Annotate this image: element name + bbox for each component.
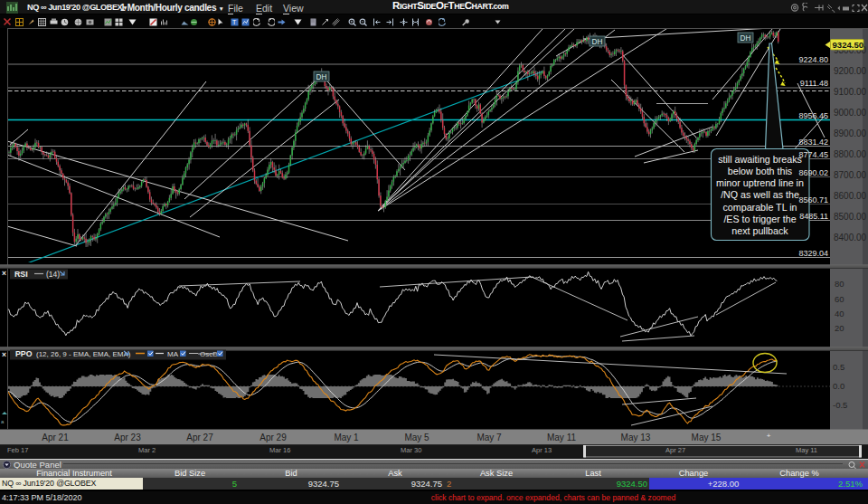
svg-text:/ES to trigger the: /ES to trigger the — [723, 214, 796, 224]
svg-text:Apr 13: Apr 13 — [532, 446, 552, 454]
svg-text:Apr 23: Apr 23 — [114, 433, 141, 442]
svg-text:8800.00: 8800.00 — [834, 149, 867, 159]
svg-text:a: a — [1, 419, 5, 424]
svg-text:Mar 2: Mar 2 — [138, 446, 156, 454]
svg-text:8329.04: 8329.04 — [798, 249, 828, 258]
svg-text:8831.42: 8831.42 — [798, 138, 828, 147]
svg-text:still awaiting breaks: still awaiting breaks — [718, 154, 802, 165]
svg-text:(12, 26, 9 - EMA, EMA, EMA): (12, 26, 9 - EMA, EMA, EMA) — [36, 350, 131, 358]
svg-text:8485.11: 8485.11 — [799, 212, 828, 221]
svg-text:MA: MA — [167, 350, 179, 358]
svg-text:8774.45: 8774.45 — [798, 150, 828, 159]
svg-text:OscD: OscD — [200, 350, 218, 358]
svg-text:8956.45: 8956.45 — [798, 111, 828, 120]
svg-text:9100.00: 9100.00 — [834, 87, 867, 97]
svg-text:9224.80: 9224.80 — [798, 55, 828, 64]
svg-text:/NQ as well as the: /NQ as well as the — [721, 189, 799, 200]
svg-text:Feb 17: Feb 17 — [7, 446, 28, 454]
svg-text:-0.5: -0.5 — [833, 400, 847, 410]
svg-text:DH: DH — [592, 38, 603, 46]
svg-text:DH: DH — [316, 73, 327, 81]
svg-text:×: × — [2, 350, 6, 359]
svg-text:May 5: May 5 — [404, 433, 429, 442]
svg-text:80: 80 — [835, 279, 844, 289]
svg-text:RSI: RSI — [14, 270, 28, 279]
svg-text:comparable TL in: comparable TL in — [723, 202, 797, 213]
svg-text:minor uptrend line in: minor uptrend line in — [716, 177, 804, 188]
svg-text:May 15: May 15 — [692, 433, 722, 442]
svg-text:20: 20 — [835, 323, 844, 333]
svg-text:0.0: 0.0 — [833, 381, 844, 391]
svg-text:May 11: May 11 — [547, 433, 576, 442]
svg-text:8400.00: 8400.00 — [834, 233, 867, 242]
svg-text:Mar 16: Mar 16 — [269, 446, 290, 454]
svg-text:9111.48: 9111.48 — [800, 79, 828, 88]
svg-text:May 1: May 1 — [334, 433, 359, 442]
svg-text:9324.50: 9324.50 — [833, 40, 864, 50]
svg-text:May 13: May 13 — [621, 433, 651, 442]
svg-text:8900.00: 8900.00 — [834, 128, 867, 138]
svg-text:Apr 29: Apr 29 — [259, 433, 287, 442]
svg-text:Mar 30: Mar 30 — [401, 446, 421, 454]
svg-text:0.5: 0.5 — [833, 362, 844, 372]
svg-text:8500.00: 8500.00 — [834, 212, 867, 222]
svg-text:(14): (14) — [46, 270, 60, 279]
svg-text:8700.00: 8700.00 — [834, 170, 867, 180]
svg-text:May 7: May 7 — [476, 433, 502, 442]
svg-text:40: 40 — [835, 309, 844, 319]
svg-text:Apr 21: Apr 21 — [42, 433, 69, 442]
svg-text:DH: DH — [741, 34, 751, 43]
svg-text:next pullback: next pullback — [731, 225, 788, 236]
svg-text:8560.71: 8560.71 — [798, 195, 828, 204]
svg-text:9200.00: 9200.00 — [834, 66, 867, 76]
svg-text:60: 60 — [835, 294, 844, 304]
svg-text:PPO: PPO — [15, 349, 33, 358]
svg-text:9000.00: 9000.00 — [834, 108, 867, 118]
svg-text:Apr 27: Apr 27 — [186, 433, 213, 442]
svg-text:8600.00: 8600.00 — [834, 191, 867, 201]
svg-text:8690.02: 8690.02 — [798, 168, 828, 177]
svg-text:×: × — [2, 269, 6, 278]
svg-text:below both this: below both this — [728, 166, 792, 176]
svg-text:+: + — [767, 432, 771, 440]
